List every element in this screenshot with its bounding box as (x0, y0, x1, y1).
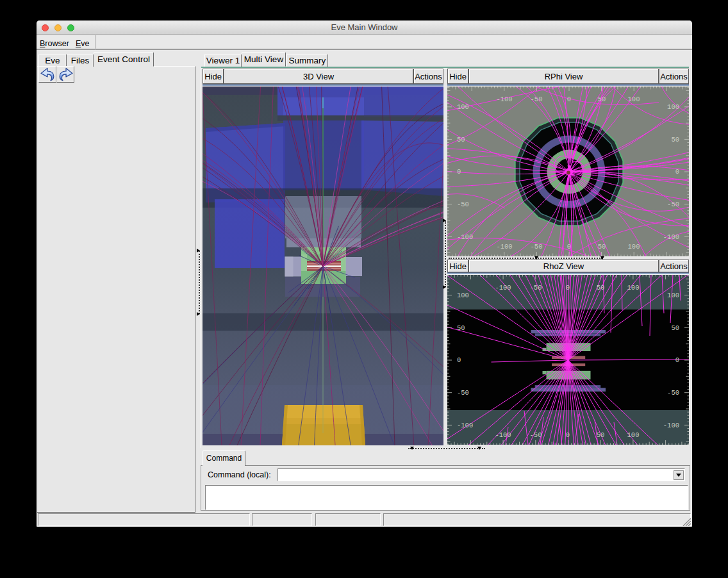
svg-text:100: 100 (667, 292, 679, 299)
svg-text:0: 0 (566, 431, 570, 439)
svg-text:-50: -50 (531, 243, 543, 251)
svg-text:-100: -100 (663, 422, 679, 429)
svg-text:0: 0 (567, 243, 571, 251)
svg-text:-50: -50 (530, 431, 542, 439)
svg-text:-100: -100 (457, 422, 473, 429)
svg-text:50: 50 (597, 284, 605, 292)
svg-text:50: 50 (457, 136, 465, 144)
svg-text:0: 0 (457, 168, 461, 176)
svg-text:100: 100 (628, 243, 640, 251)
svg-text:-50: -50 (457, 201, 469, 208)
svg-text:0: 0 (566, 284, 570, 292)
svg-text:-50: -50 (530, 284, 542, 292)
svg-text:-100: -100 (496, 95, 512, 103)
svg-text:-100: -100 (663, 233, 679, 241)
svg-text:50: 50 (598, 95, 606, 103)
svg-text:0: 0 (567, 95, 571, 103)
svg-text:100: 100 (457, 103, 469, 111)
svg-text:50: 50 (598, 243, 606, 251)
svg-text:50: 50 (457, 324, 465, 332)
svg-text:-50: -50 (457, 389, 469, 397)
svg-text:100: 100 (627, 431, 640, 439)
svg-text:-50: -50 (667, 389, 679, 397)
svg-text:0: 0 (675, 356, 679, 364)
svg-text:100: 100 (628, 95, 640, 103)
svg-text:-100: -100 (457, 233, 473, 241)
svg-text:-50: -50 (667, 201, 679, 208)
svg-text:-100: -100 (495, 284, 511, 292)
svg-text:-50: -50 (531, 95, 543, 103)
svg-text:100: 100 (457, 292, 469, 299)
svg-text:100: 100 (627, 284, 640, 292)
svg-text:50: 50 (671, 136, 679, 144)
svg-text:50: 50 (597, 431, 605, 439)
svg-text:0: 0 (457, 356, 461, 364)
svg-text:100: 100 (667, 103, 679, 111)
svg-text:50: 50 (671, 324, 679, 332)
svg-text:0: 0 (675, 168, 679, 176)
svg-text:-100: -100 (495, 431, 511, 439)
svg-text:-100: -100 (496, 243, 512, 251)
